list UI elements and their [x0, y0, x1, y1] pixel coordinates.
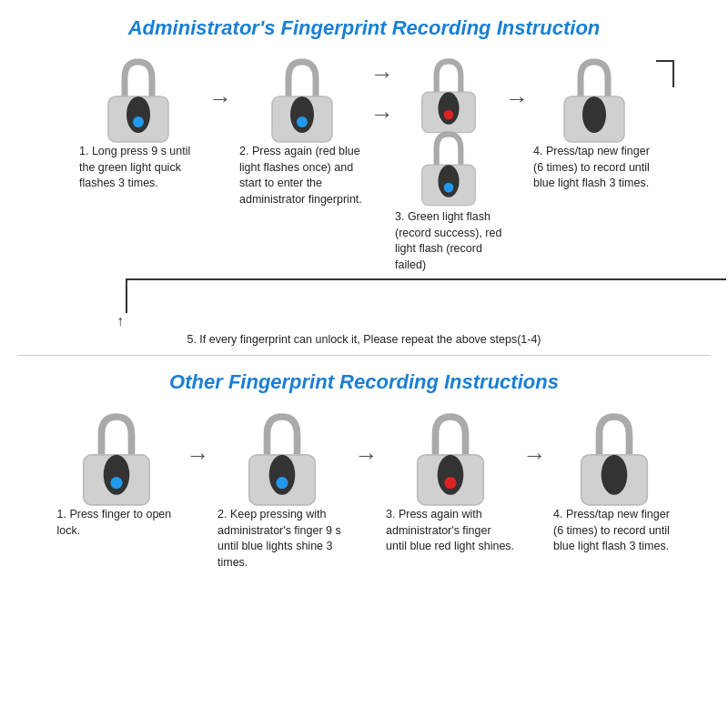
other-lock-1 [71, 407, 162, 507]
admin-step-4: 4. Press/tap new finger (6 times) to rec… [531, 53, 658, 192]
svg-point-18 [269, 455, 296, 495]
other-step-3-desc: 3. Press again with administrator's fing… [386, 507, 515, 555]
other-arrow-1: → [185, 441, 212, 470]
svg-point-8 [444, 110, 454, 120]
admin-title-highlight: Fingerprint Recording [281, 16, 491, 39]
admin-title: Administrator's Fingerprint Recording In… [18, 16, 710, 40]
svg-point-21 [438, 455, 464, 495]
svg-point-22 [444, 477, 456, 489]
other-step-3: 3. Press again with administrator's fing… [380, 407, 521, 555]
admin-step-1: 1. Long press 9 s until the green light … [70, 53, 207, 192]
lock-icon-4 [553, 53, 635, 144]
admin-step-1-desc: 1. Long press 9 s until the green light … [79, 144, 197, 192]
lock-icon-2 [261, 53, 343, 144]
lock-icon-3b [412, 126, 485, 207]
other-steps-row: 1. Press finger to open lock. → 2. Keep … [18, 407, 710, 571]
bracket-right [656, 60, 674, 87]
bracket-container: ↑ [64, 278, 664, 329]
other-arrow-2: → [353, 441, 380, 470]
other-step-1-desc: 1. Press finger to open lock. [57, 507, 176, 539]
arrow-2-top: → [370, 62, 394, 86]
svg-point-11 [444, 183, 454, 193]
other-title: Other Fingerprint Recording Instructions [18, 370, 710, 394]
svg-point-5 [297, 116, 308, 127]
other-step-4-desc: 4. Press/tap new finger (6 times) to rec… [553, 507, 675, 555]
other-step-2: 2. Keep pressing with administrator's fi… [212, 407, 353, 571]
admin-section: Administrator's Fingerprint Recording In… [18, 16, 710, 346]
svg-point-13 [582, 96, 606, 133]
arrow-2-bottom: → [370, 102, 394, 126]
other-lock-3 [405, 407, 496, 507]
bracket-left-vert [126, 280, 127, 297]
other-title-end: Instructions [439, 370, 559, 393]
bracket-bottom-row [126, 280, 726, 297]
admin-step-2: 2. Press again (red blue light flashes o… [234, 53, 370, 207]
page: Administrator's Fingerprint Recording In… [0, 0, 728, 728]
arrow-1: → [207, 85, 234, 113]
bracket-arrow-up [126, 297, 127, 313]
other-arrow-3: → [521, 441, 549, 470]
lock-icon-3a [412, 53, 485, 135]
lock-icon-1 [97, 53, 179, 144]
admin-steps-row: 1. Long press 9 s until the green light … [18, 53, 710, 273]
other-step-4: 4. Press/tap new finger (6 times) to rec… [549, 407, 681, 555]
svg-point-19 [276, 477, 288, 489]
admin-step-4-desc: 4. Press/tap new finger (6 times) to rec… [533, 144, 655, 192]
admin-step-3-desc: 3. Green light flash (record success), r… [395, 209, 502, 273]
bracket-area: ↑ [18, 278, 710, 329]
admin-step-2-desc: 2. Press again (red blue light flashes o… [239, 144, 365, 207]
other-step-1: 1. Press finger to open lock. [48, 407, 185, 539]
bracket-up-arrow: ↑ [116, 313, 124, 329]
other-title-plain: Other [169, 370, 228, 393]
other-section: Other Fingerprint Recording Instructions… [18, 370, 710, 571]
admin-step-5: 5. If every fingerprint can unlock it, P… [18, 333, 710, 346]
other-title-highlight: Fingerprint Recording [228, 370, 439, 393]
svg-point-16 [110, 477, 122, 489]
admin-step-3: 3. Green light flash (record success), r… [394, 53, 503, 273]
svg-point-15 [103, 455, 129, 495]
other-step-2-desc: 2. Keep pressing with administrator's fi… [217, 507, 347, 571]
svg-point-24 [602, 455, 628, 495]
other-lock-4 [569, 407, 660, 507]
arrow-bracket: → → [370, 62, 394, 126]
section-divider [18, 355, 710, 356]
admin-title-end: Instruction [491, 16, 601, 39]
svg-point-2 [133, 116, 144, 127]
other-lock-2 [237, 407, 328, 507]
arrow-3: → [503, 85, 531, 113]
admin-title-plain: Administrator's [128, 16, 281, 39]
